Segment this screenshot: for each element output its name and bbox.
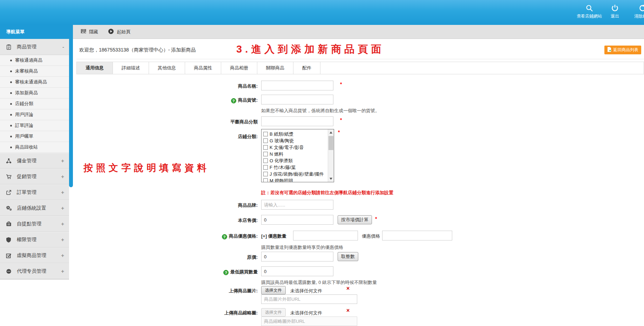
choose-file-button[interactable]: 选择文件 (261, 286, 286, 294)
round-number-button[interactable]: 取整數 (338, 252, 358, 261)
clear-cache-label: 清除緩存 (629, 13, 644, 19)
back-to-product-list-button[interactable]: 返回商品列表 (604, 46, 641, 54)
view-store-site-button[interactable]: 查看店鋪網站 (570, 4, 609, 19)
thumb-url-input[interactable] (261, 317, 357, 326)
sidebar-title: 導航菜單 (0, 25, 69, 39)
image-url-input[interactable] (261, 294, 357, 304)
checkbox[interactable] (263, 172, 268, 176)
clear-cache-button[interactable]: 清除緩存 (629, 4, 644, 19)
sidebar-item-store-categories[interactable]: 店鋪分類 (0, 99, 69, 109)
store-category-option-row[interactable]: K 文儀/電子/影音 (263, 144, 334, 151)
cart-icon (6, 174, 14, 179)
help-icon[interactable]: ? (222, 234, 227, 239)
store-category-option-row[interactable]: B 紙類/紙漿 (263, 131, 334, 137)
store-category-option-row[interactable]: M 燈飾照明 (263, 177, 334, 182)
checkbox[interactable] (263, 178, 268, 182)
platform-category-input[interactable] (261, 116, 333, 126)
sku-note: 如果您不輸入商品貨號，係統將自動生成一個唯一的貨號。 (261, 108, 380, 114)
expand-toggle[interactable]: + (61, 268, 64, 274)
hide-sidebar-button[interactable]: 隱藏 (81, 28, 98, 35)
remove-thumb-icon[interactable]: × (346, 307, 350, 314)
checkbox[interactable] (263, 152, 268, 156)
sidebar-section-agent-management[interactable]: 代理专员管理 + (0, 263, 69, 279)
option-label: M 燈飾照明 (270, 178, 293, 183)
sidebar-section-pickup-point-management[interactable]: 自提點管理 + (0, 216, 69, 232)
promo-qty-label[interactable]: [+] 優惠數量 (261, 233, 286, 239)
scroll-down-arrow[interactable] (328, 176, 334, 182)
sidebar-item-user-comments[interactable]: 用戶評論 (0, 109, 69, 120)
sidebar-section-store-system-settings[interactable]: 店鋪係統設置 + (0, 200, 69, 216)
store-category-option-row[interactable]: F 竹/木/藤/葉 (263, 164, 334, 171)
expand-toggle[interactable]: + (61, 221, 64, 227)
tab-other-info[interactable]: 其他信息 (149, 62, 185, 74)
sidebar-section-permission-management[interactable]: 權限管理 + (0, 232, 69, 247)
sidebar-section-commission-management[interactable]: 傭金管理 + (0, 153, 69, 169)
expand-toggle[interactable]: + (61, 158, 64, 164)
sidebar-item-product-recycle-bin[interactable]: 商品回收站 (0, 142, 69, 153)
expand-toggle[interactable]: + (61, 237, 64, 243)
shop-price-label: 本店售價: (152, 217, 258, 224)
help-icon[interactable]: ? (223, 270, 229, 275)
scrollbar-thumb[interactable] (328, 136, 333, 150)
tab-accessories[interactable]: 配件 (293, 62, 320, 74)
checkbox[interactable] (263, 145, 268, 150)
min-qty-input[interactable] (261, 266, 333, 276)
expand-toggle[interactable]: + (61, 252, 64, 258)
upload-image-label: 上傳商品圖片: (152, 288, 258, 294)
sidebar-splitter-handle[interactable] (69, 25, 73, 187)
product-name-input[interactable] (261, 81, 333, 90)
option-label: O 化學濟類 (270, 158, 293, 164)
annotation-instruction: 按照文字說明填寫資料 (83, 162, 210, 174)
tab-general-info[interactable]: 通用信息 (77, 62, 113, 74)
shop-price-input[interactable] (261, 215, 333, 225)
section-label: 虛擬商品管理 (17, 252, 46, 259)
product-sku-input[interactable] (261, 95, 333, 104)
tab-product-album[interactable]: 商品相册 (221, 62, 257, 74)
option-label: N 燃料 (270, 151, 283, 157)
expand-toggle[interactable]: + (61, 205, 64, 211)
collapse-toggle[interactable]: - (62, 44, 64, 50)
listbox-scrollbar[interactable] (328, 129, 334, 182)
scroll-up-arrow[interactable] (328, 130, 334, 135)
brand-input[interactable] (261, 200, 333, 210)
brand-label: 商品品牌: (152, 202, 258, 209)
file-status-text: 未选择任何文件 (290, 310, 322, 316)
expand-toggle[interactable]: + (61, 189, 64, 195)
sidebar-item-user-show-orders[interactable]: 用戶曬單 (0, 131, 69, 142)
sidebar-item-rejected-products[interactable]: 審核未通過商品 (0, 77, 69, 88)
store-category-listbox[interactable]: B 紙類/紙漿 G 玻璃/陶瓷 K 文儀/電子/影音 N 燃料 O 化學濟類 F… (261, 129, 334, 182)
expand-toggle[interactable]: + (61, 174, 64, 179)
tab-detail-description[interactable]: 詳細描述 (113, 62, 149, 74)
sidebar-item-unreviewed-products[interactable]: 未審核商品 (0, 66, 69, 77)
start-page-button[interactable]: 起始頁 (108, 28, 130, 35)
logout-button[interactable]: 退出 (604, 4, 626, 19)
calc-by-market-price-button[interactable]: 按市場價計算 (338, 215, 372, 224)
checkbox[interactable] (263, 158, 268, 163)
section-label: 傭金管理 (17, 158, 36, 164)
store-category-option-row[interactable]: O 化學濟類 (263, 157, 334, 164)
promo-price-input[interactable] (382, 231, 452, 240)
store-category-option-row[interactable]: G 玻璃/陶瓷 (263, 137, 334, 144)
hide-label: 隱藏 (89, 29, 98, 35)
store-category-option-row[interactable]: N 燃料 (263, 151, 334, 157)
sidebar-item-approved-products[interactable]: 審核通過商品 (0, 55, 69, 66)
checkbox[interactable] (263, 138, 268, 143)
product-form-tabs: 通用信息 詳細描述 其他信息 商品属性 商品相册 關聯商品 配件 (76, 62, 644, 74)
store-category-option-row[interactable]: J 假花/裝飾/藝術/壁畫/擺件 (263, 171, 334, 177)
sidebar-section-product-management[interactable]: 商品管理 - (0, 39, 69, 55)
tab-related-products[interactable]: 關聯商品 (257, 62, 293, 74)
sidebar-item-add-product[interactable]: 添加新商品 (0, 88, 69, 99)
sidebar-section-virtual-product-management[interactable]: 虛擬商品管理 + (0, 247, 69, 263)
checkbox[interactable] (263, 165, 268, 170)
original-price-input[interactable] (261, 252, 333, 262)
checkbox[interactable] (263, 132, 268, 136)
sidebar-section-promotion-management[interactable]: 促銷管理 + (0, 169, 69, 184)
help-icon[interactable]: ? (231, 98, 236, 103)
annotation-step-title: 3.進入到添加新商品頁面 (236, 42, 384, 56)
sidebar-section-order-management[interactable]: 訂單管理 + (0, 184, 69, 200)
sidebar-item-order-comments[interactable]: 訂單評論 (0, 120, 69, 131)
remove-image-icon[interactable]: × (346, 285, 350, 292)
promo-qty-input[interactable] (293, 231, 358, 240)
tab-product-attributes[interactable]: 商品属性 (185, 62, 221, 74)
choose-file-button-disabled[interactable]: 选择文件 (261, 308, 286, 317)
